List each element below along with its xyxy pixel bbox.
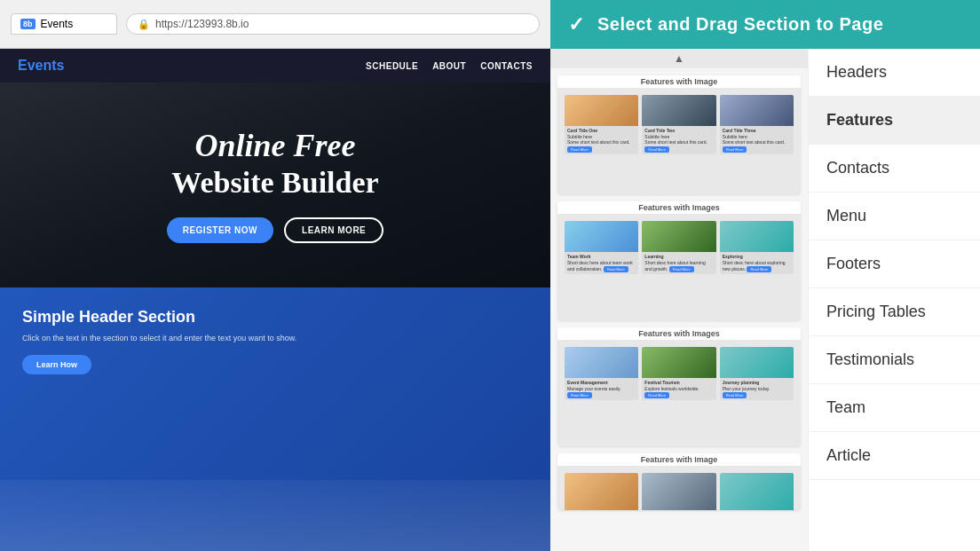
mini-cards-2: Team WorkShort desc here about team work… <box>565 221 794 274</box>
thumbnail-features-with-images-2[interactable]: Features with Images Team WorkShort desc… <box>557 201 801 320</box>
tab-label: Events <box>41 18 74 30</box>
thumbnail-features-with-image-1[interactable]: Features with Image Card Title OneSubtit… <box>557 75 801 194</box>
mini-card-img-4b <box>642 473 715 510</box>
register-button[interactable]: REGISTER NOW <box>167 217 273 243</box>
thumbnail-img-1: Card Title OneSubtitle hereSome short te… <box>557 88 801 194</box>
category-footers[interactable]: Footers <box>809 240 980 288</box>
mini-card-text-1b: Card Title TwoSubtitle hereSome short te… <box>642 126 715 154</box>
top-header-bar: ✓ Select and Drag Section to Page <box>550 0 980 49</box>
thumbnails-panel[interactable]: ▲ Features with Image Card Title OneSubt… <box>550 49 808 551</box>
bottom-desc: Click on the text in the section to sele… <box>22 333 528 344</box>
header-title: Select and Drag Section to Page <box>597 14 883 35</box>
logo-text: vents <box>28 58 65 73</box>
address-bar[interactable]: 🔒 https://123993.8b.io <box>126 13 540 35</box>
url-text: https://123993.8b.io <box>155 18 249 30</box>
learn-how-button[interactable]: Learn How <box>22 355 91 374</box>
mini-card-text-2c: ExploringShort desc here about exploring… <box>720 252 794 274</box>
bottom-content: Simple Header Section Click on the text … <box>22 307 528 374</box>
hero-section: Online Free Website Builder REGISTER NOW… <box>0 83 550 287</box>
site-nav: Events SCHEDULE ABOUT CONTACTS <box>0 49 550 83</box>
mini-card-3b: Festival TourismExplore festivals worldw… <box>642 347 715 400</box>
mini-card-img-2b <box>642 221 715 252</box>
mini-card-3a: Event ManagementManage your events easil… <box>565 347 638 400</box>
mini-card-img-3a <box>565 347 638 378</box>
category-article[interactable]: Article <box>809 432 980 480</box>
bottom-title: Simple Header Section <box>22 307 528 327</box>
thumbnail-img-2: Team WorkShort desc here about team work… <box>557 214 801 320</box>
mini-card-4a <box>565 473 638 510</box>
check-icon: ✓ <box>568 13 584 36</box>
thumbnail-title-3: Features with Images <box>557 327 801 340</box>
mini-card-3c: Journey planningPlan your journey today.… <box>720 347 794 400</box>
mini-card-text-1c: Card Title ThreeSubtitle hereSome short … <box>720 126 794 154</box>
mini-card-img-1a <box>565 95 638 126</box>
mini-card-1c: Card Title ThreeSubtitle hereSome short … <box>720 95 794 154</box>
thumbnail-img-3: Event ManagementManage your events easil… <box>557 340 801 446</box>
thumbnail-img-4 <box>557 466 801 510</box>
learn-more-button[interactable]: LEARN MORE <box>284 217 383 243</box>
mini-card-text-1a: Card Title OneSubtitle hereSome short te… <box>565 126 638 154</box>
category-pricing-tables[interactable]: Pricing Tables <box>809 288 980 336</box>
tab-favicon: 8b <box>20 19 36 29</box>
sections-container: ▲ Features with Image Card Title OneSubt… <box>550 49 980 551</box>
browser-tab[interactable]: 8b Events <box>11 13 117 35</box>
hero-content: Online Free Website Builder REGISTER NOW… <box>167 127 384 243</box>
hero-title-bold: Website Builder <box>167 165 384 201</box>
mini-card-text-2b: LearningShort desc here about learning a… <box>642 252 715 274</box>
nav-links: SCHEDULE ABOUT CONTACTS <box>366 61 533 71</box>
mini-cards-3: Event ManagementManage your events easil… <box>565 347 794 400</box>
mini-card-4c <box>720 473 794 510</box>
nav-about[interactable]: ABOUT <box>432 61 466 71</box>
mini-card-img-2a <box>565 221 638 252</box>
mini-card-2a: Team WorkShort desc here about team work… <box>565 221 638 274</box>
mini-cards-1: Card Title OneSubtitle hereSome short te… <box>565 95 794 154</box>
mini-card-text-3b: Festival TourismExplore festivals worldw… <box>642 378 715 400</box>
thumbnail-features-with-images-3[interactable]: Features with Images Event ManagementMan… <box>557 327 801 446</box>
website-preview: Events SCHEDULE ABOUT CONTACTS Online Fr… <box>0 49 550 551</box>
mini-card-1a: Card Title OneSubtitle hereSome short te… <box>565 95 638 154</box>
thumbnail-title-2: Features with Images <box>557 201 801 214</box>
mini-card-img-2c <box>720 221 794 252</box>
bottom-section: Simple Header Section Click on the text … <box>0 287 550 551</box>
category-headers[interactable]: Headers <box>809 49 980 97</box>
mini-card-img-3b <box>642 347 715 378</box>
lock-icon: 🔒 <box>138 19 150 30</box>
logo-accent: E <box>18 58 28 73</box>
browser-chrome: 8b Events 🔒 https://123993.8b.io <box>0 0 550 49</box>
thumbnail-title-1: Features with Image <box>557 75 801 88</box>
mini-card-img-1c <box>720 95 794 126</box>
mini-card-text-3a: Event ManagementManage your events easil… <box>565 378 638 400</box>
category-contacts[interactable]: Contacts <box>809 145 980 193</box>
nav-contacts[interactable]: CONTACTS <box>480 61 533 71</box>
thumbnail-title-4: Features with Image <box>557 453 801 466</box>
mini-card-img-4c <box>720 473 794 510</box>
mini-card-text-3c: Journey planningPlan your journey today.… <box>720 378 794 400</box>
nav-schedule[interactable]: SCHEDULE <box>366 61 418 71</box>
left-panel: 8b Events 🔒 https://123993.8b.io Events … <box>0 0 550 551</box>
hero-title-italic: Online Free <box>167 127 384 165</box>
scroll-up-button[interactable]: ▲ <box>550 49 808 68</box>
mini-card-2c: ExploringShort desc here about exploring… <box>720 221 794 274</box>
category-team[interactable]: Team <box>809 384 980 432</box>
site-logo: Events <box>18 58 64 74</box>
mini-cards-4 <box>565 473 794 510</box>
mini-card-2b: LearningShort desc here about learning a… <box>642 221 715 274</box>
right-panel: ✓ Select and Drag Section to Page ▲ Feat… <box>550 0 980 551</box>
mini-card-img-1b <box>642 95 715 126</box>
category-menu[interactable]: Menu <box>809 193 980 240</box>
category-list: Headers Features Contacts Menu Footers P… <box>808 49 980 551</box>
mini-card-4b <box>642 473 715 510</box>
mini-card-img-4a <box>565 473 638 510</box>
hero-buttons: REGISTER NOW LEARN MORE <box>167 217 384 243</box>
thumbnail-features-with-image-4[interactable]: Features with Image <box>557 453 801 510</box>
category-testimonials[interactable]: Testimonials <box>809 336 980 384</box>
mini-card-text-2a: Team WorkShort desc here about team work… <box>565 252 638 274</box>
category-features[interactable]: Features <box>809 97 980 145</box>
mini-card-img-3c <box>720 347 794 378</box>
mini-card-1b: Card Title TwoSubtitle hereSome short te… <box>642 95 715 154</box>
